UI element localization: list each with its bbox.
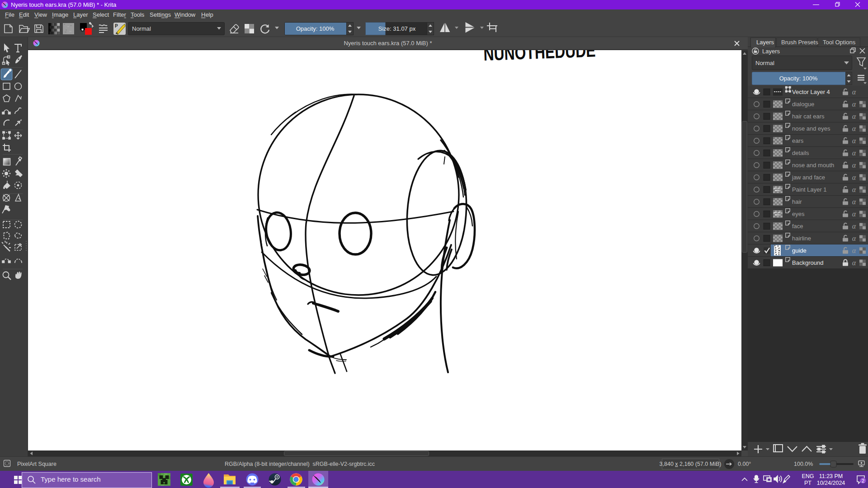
svg-text:0.00°: 0.00°	[738, 461, 751, 467]
svg-text:11:23 PM: 11:23 PM	[819, 473, 843, 479]
svg-text:Layers: Layers	[756, 39, 774, 46]
svg-text:Type here to search: Type here to search	[41, 475, 101, 483]
svg-text:nose and mouth: nose and mouth	[792, 162, 834, 169]
svg-text:NUNOTHEDUDE: NUNOTHEDUDE	[483, 50, 596, 65]
svg-text:Tool Options: Tool Options	[823, 39, 856, 46]
svg-text:RGB/Alpha (8-bit integer/chann: RGB/Alpha (8-bit integer/channel) sRGB-e…	[225, 461, 375, 467]
svg-text:P: P	[115, 23, 118, 28]
svg-text:PixelArt Square: PixelArt Square	[17, 461, 57, 467]
svg-text:Normal: Normal	[755, 60, 774, 66]
svg-text:10/24/2024: 10/24/2024	[817, 480, 845, 486]
svg-text:PT: PT	[804, 480, 811, 486]
svg-text:Paint Layer 1: Paint Layer 1	[792, 186, 827, 193]
svg-text:ENG: ENG	[802, 473, 814, 479]
svg-text:Background: Background	[792, 259, 823, 266]
svg-text:details: details	[792, 150, 809, 156]
svg-text:Size: 31.07 px: Size: 31.07 px	[378, 25, 416, 32]
svg-text:jaw and face: jaw and face	[792, 174, 825, 181]
svg-text:2: 2	[862, 478, 864, 483]
svg-text:hair cat ears: hair cat ears	[792, 113, 825, 120]
svg-text:hairline: hairline	[792, 235, 811, 242]
svg-text:face: face	[792, 223, 803, 230]
svg-text:3,840 x 2,160 (57.0 MiB): 3,840 x 2,160 (57.0 MiB)	[660, 461, 722, 467]
svg-text:Brush Presets: Brush Presets	[781, 39, 818, 46]
svg-text:eyes: eyes	[792, 211, 805, 217]
svg-text:ears: ears	[792, 137, 804, 144]
svg-text:Opacity: 100%: Opacity: 100%	[779, 75, 818, 82]
svg-text:dialogue: dialogue	[792, 101, 814, 108]
svg-text:nose and eyes: nose and eyes	[792, 125, 830, 132]
svg-text:hair: hair	[792, 198, 802, 205]
svg-text:Vector Layer 4: Vector Layer 4	[792, 89, 830, 95]
svg-text:guide: guide	[792, 247, 807, 254]
svg-text:Opacity: 100%: Opacity: 100%	[296, 25, 335, 32]
svg-text:100.0%: 100.0%	[794, 461, 813, 467]
svg-text:Normal: Normal	[132, 25, 151, 32]
svg-text:Layers: Layers	[762, 48, 780, 55]
